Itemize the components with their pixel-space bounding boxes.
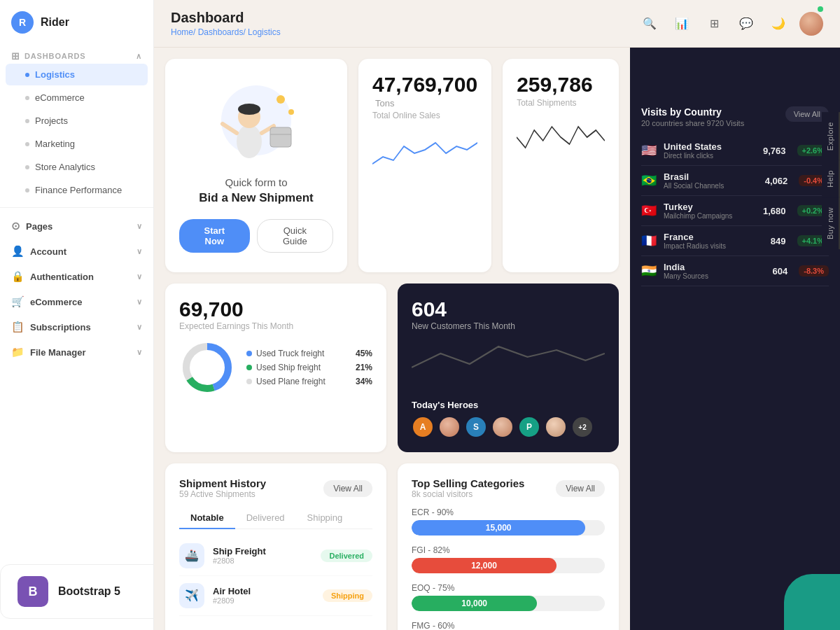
ship-dot bbox=[246, 365, 252, 370]
side-tabs: Explore Help Buy now bbox=[822, 112, 840, 249]
sidebar-dashboards-section[interactable]: ⊞ Dashboards ∧ bbox=[0, 48, 153, 63]
customers-heroes-card: 604 New Customers This Month Today's Her… bbox=[398, 284, 619, 452]
country-name-in: India bbox=[664, 262, 708, 272]
hero-avatar-4[interactable] bbox=[545, 416, 567, 438]
customers-label: New Customers This Month bbox=[412, 321, 605, 331]
dot-icon bbox=[25, 188, 29, 192]
country-visits-in: 604 bbox=[773, 266, 788, 276]
help-tab[interactable]: Help bbox=[822, 160, 840, 197]
selling-title-block: Top Selling Categories 8k social visitor… bbox=[412, 477, 524, 499]
shipments-card: 259,786 Total Shipments bbox=[503, 59, 619, 272]
sidebar-item-projects[interactable]: Projects bbox=[6, 110, 148, 132]
tab-shipping[interactable]: Shipping bbox=[296, 507, 354, 529]
hero-avatar-2[interactable] bbox=[438, 416, 461, 438]
sidebar-account[interactable]: 👤 Account ∨ bbox=[0, 239, 153, 264]
buynow-tab[interactable]: Buy now bbox=[822, 197, 840, 249]
tab-delivered[interactable]: Delivered bbox=[235, 507, 296, 529]
online-sales-label: Total Online Sales bbox=[372, 111, 477, 120]
logo-icon: R bbox=[11, 11, 34, 34]
sidebar-item-store-analytics[interactable]: Store Analytics bbox=[6, 156, 148, 178]
bar-eoq: EOQ - 75% 10,000 bbox=[412, 583, 605, 611]
content-area: Quick form to Bid a New Shipment Start N… bbox=[154, 48, 840, 630]
dashboard-grid: Quick form to Bid a New Shipment Start N… bbox=[154, 48, 630, 630]
top-selling-card: Top Selling Categories 8k social visitor… bbox=[398, 463, 619, 630]
selling-view-all-button[interactable]: View All bbox=[556, 480, 605, 497]
country-source-in: Many Sources bbox=[664, 272, 708, 280]
main-content: Dashboard Home/ Dashboards/ Logistics 🔍 … bbox=[154, 0, 840, 630]
sidebar-ecommerce-section[interactable]: 🛒 eCommerce ∨ bbox=[0, 289, 153, 314]
quick-guide-button[interactable]: Quick Guide bbox=[257, 219, 333, 253]
country-source-fr: Impact Radius visits bbox=[664, 242, 726, 250]
user-avatar[interactable] bbox=[799, 12, 823, 36]
theme-toggle-icon[interactable]: 🌙 bbox=[767, 13, 790, 35]
selling-header: Top Selling Categories 8k social visitor… bbox=[412, 477, 605, 499]
start-now-button[interactable]: Start Now bbox=[179, 219, 250, 253]
plane-dot bbox=[246, 379, 252, 384]
hero-avatar-3[interactable] bbox=[491, 416, 514, 438]
svg-point-8 bbox=[276, 95, 285, 104]
subscriptions-icon: 📋 bbox=[11, 321, 24, 333]
hero-avatar-s[interactable]: S bbox=[465, 416, 487, 438]
ship-icon-2: ✈️ bbox=[179, 583, 204, 608]
svg-point-3 bbox=[238, 104, 260, 115]
chat-icon[interactable]: 💬 bbox=[735, 13, 757, 35]
second-cards-row: 69,700 Expected Earnings This Month bbox=[165, 284, 619, 452]
svg-point-1 bbox=[237, 125, 262, 158]
visits-header: Visits by Country 20 countries share 972… bbox=[641, 106, 829, 127]
tab-notable[interactable]: Notable bbox=[179, 507, 235, 529]
hero-avatar-p[interactable]: P bbox=[518, 416, 540, 438]
country-name-br: Brasil bbox=[664, 172, 724, 182]
visits-section: Visits by Country 20 countries share 972… bbox=[641, 106, 829, 286]
country-row-fr: 🇫🇷 France Impact Radius visits 849 +4.1% bbox=[641, 226, 829, 256]
sidebar-item-finance[interactable]: Finance Performance bbox=[6, 179, 148, 201]
sidebar-item-marketing[interactable]: Marketing bbox=[6, 133, 148, 155]
country-row-in: 🇮🇳 India Many Sources 604 -8.3% bbox=[641, 256, 829, 286]
top-cards-row: Quick form to Bid a New Shipment Start N… bbox=[165, 59, 619, 272]
ship-icon-1: 🚢 bbox=[179, 543, 204, 568]
flag-br: 🇧🇷 bbox=[641, 173, 657, 188]
hero-avatar-a[interactable]: A bbox=[412, 416, 434, 438]
chart-icon[interactable]: 📊 bbox=[671, 13, 693, 35]
explore-tab[interactable]: Explore bbox=[822, 112, 840, 160]
plane-label: Used Plane freight bbox=[256, 377, 326, 386]
bar-fill-fgi: 12,000 bbox=[412, 558, 556, 573]
country-info-tr: Turkey Mailchimp Campaigns bbox=[664, 202, 732, 220]
bootstrap-badge: B Bootstrap 5 bbox=[0, 564, 154, 619]
plane-pct: 34% bbox=[356, 377, 372, 386]
topbar: Dashboard Home/ Dashboards/ Logistics 🔍 … bbox=[154, 0, 840, 48]
selling-subtitle: 8k social visitors bbox=[412, 489, 524, 499]
ship-legend-item: Used Ship freight 21% bbox=[246, 363, 372, 372]
sidebar-subscriptions[interactable]: 📋 Subscriptions ∨ bbox=[0, 314, 153, 340]
country-name-fr: France bbox=[664, 232, 726, 242]
country-source-tr: Mailchimp Campaigns bbox=[664, 212, 732, 220]
bar-track-fgi: 12,000 bbox=[412, 558, 605, 573]
grid-icon[interactable]: ⊞ bbox=[703, 13, 725, 35]
truck-dot bbox=[246, 351, 252, 356]
ship-name-1: Ship Freight bbox=[213, 546, 266, 556]
page-title: Dashboard bbox=[171, 10, 281, 26]
bar-label-eoq: EOQ - 75% bbox=[412, 583, 605, 593]
sidebar-authentication[interactable]: 🔒 Authentication ∨ bbox=[0, 264, 153, 289]
country-name-us: United States bbox=[664, 141, 722, 152]
online-sales-chart bbox=[372, 129, 477, 258]
hero-avatar-more[interactable]: +2 bbox=[571, 416, 594, 438]
sidebar-logo[interactable]: R Rider bbox=[0, 11, 153, 48]
search-icon[interactable]: 🔍 bbox=[638, 13, 661, 35]
bootstrap-name: Bootstrap 5 bbox=[58, 585, 120, 598]
sidebar-pages[interactable]: ⊙ Pages ∨ bbox=[0, 214, 153, 239]
sidebar-item-ecommerce[interactable]: eCommerce bbox=[6, 87, 148, 108]
truck-pct: 45% bbox=[356, 349, 372, 358]
svg-rect-6 bbox=[270, 127, 291, 147]
truck-legend-item: Used Truck freight 45% bbox=[246, 349, 372, 358]
avatar-container bbox=[799, 12, 823, 36]
divider bbox=[0, 207, 153, 208]
sidebar-item-logistics[interactable]: Logistics bbox=[6, 64, 148, 85]
flag-tr: 🇹🇷 bbox=[641, 203, 657, 218]
online-sales-unit: Tons bbox=[375, 98, 394, 108]
topbar-title-area: Dashboard Home/ Dashboards/ Logistics bbox=[171, 10, 281, 37]
bar-label-fgi: FGI - 82% bbox=[412, 545, 605, 555]
sidebar-file-manager[interactable]: 📁 File Manager ∨ bbox=[0, 340, 153, 365]
bar-label-ecr: ECR - 90% bbox=[412, 507, 605, 517]
shipment-view-all-button[interactable]: View All bbox=[323, 480, 372, 497]
plane-legend-item: Used Plane freight 34% bbox=[246, 377, 372, 386]
